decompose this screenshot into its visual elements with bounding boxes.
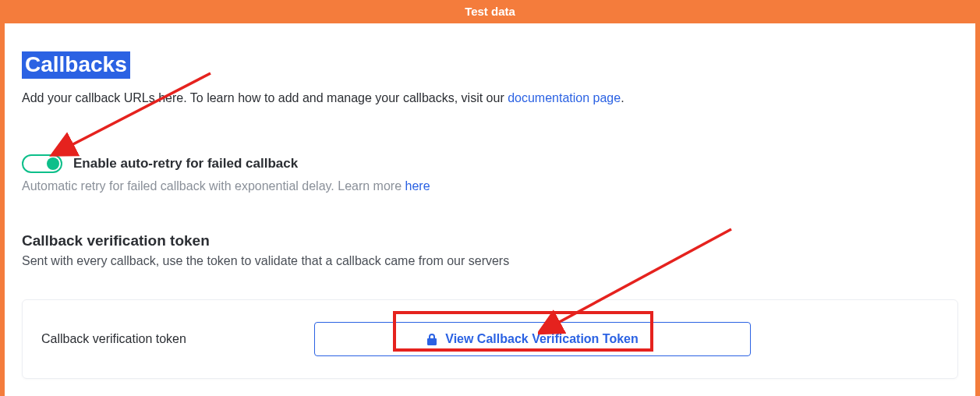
auto-retry-row: Enable auto-retry for failed callback: [22, 154, 958, 173]
documentation-link[interactable]: documentation page: [508, 91, 621, 104]
auto-retry-label: Enable auto-retry for failed callback: [73, 156, 298, 171]
token-card: Callback verification token View Callbac…: [22, 299, 958, 379]
view-token-button-label: View Callback Verification Token: [445, 332, 639, 346]
token-field-label: Callback verification token: [41, 332, 314, 346]
auto-retry-learn-more-link[interactable]: here: [405, 179, 430, 193]
token-subheading: Sent with every callback, use the token …: [22, 254, 958, 268]
callbacks-title: Callbacks: [22, 51, 130, 79]
header-bar: Test data: [0, 0, 980, 23]
toggle-knob: [47, 157, 59, 170]
content: Callbacks Add your callback URLs here. T…: [0, 23, 980, 394]
token-section: Callback verification token Sent with ev…: [22, 232, 958, 379]
auto-retry-desc-pre: Automatic retry for failed callback with…: [22, 179, 405, 193]
callbacks-intro-post: .: [621, 91, 624, 104]
auto-retry-toggle[interactable]: [22, 154, 62, 173]
auto-retry-description: Automatic retry for failed callback with…: [22, 179, 958, 193]
header-title: Test data: [465, 5, 515, 18]
view-token-button[interactable]: View Callback Verification Token: [314, 322, 751, 356]
callbacks-intro: Add your callback URLs here. To learn ho…: [22, 90, 958, 107]
page: Test data Callbacks Add your callback UR…: [0, 0, 980, 396]
token-heading: Callback verification token: [22, 232, 958, 249]
lock-icon: [426, 333, 437, 345]
callbacks-intro-pre: Add your callback URLs here. To learn ho…: [22, 91, 508, 104]
